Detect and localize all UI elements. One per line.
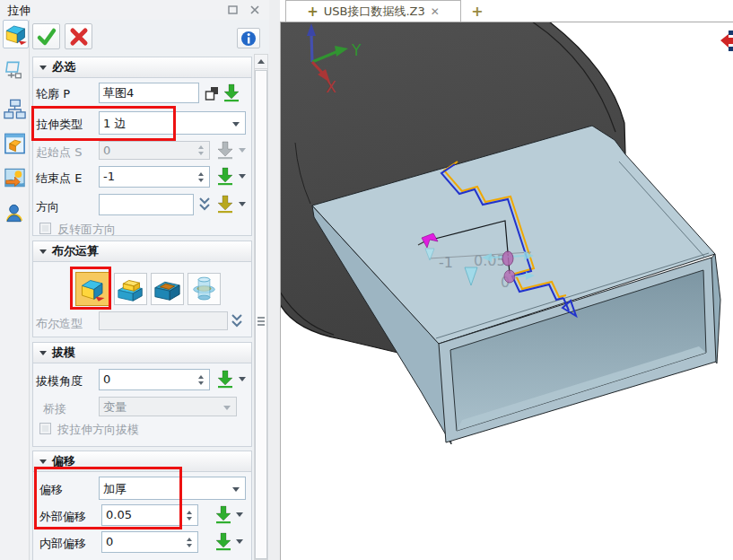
clipped-nav-arrow-icon (720, 31, 733, 51)
tab-close-icon[interactable]: ✕ (431, 5, 440, 18)
draft-angle-label: 拔模角度 (36, 373, 83, 389)
scrollbar-thumb[interactable] (255, 70, 267, 559)
inner-offset-label: 内部偏移 (39, 536, 86, 552)
view-window-icon[interactable] (3, 131, 29, 160)
end-point-input[interactable]: -1 (99, 166, 210, 188)
draft-options-caret-icon[interactable] (239, 377, 246, 381)
user-icon[interactable] (3, 201, 29, 230)
collapse-icon (39, 459, 47, 464)
panel-restore-button[interactable] (226, 4, 240, 16)
start-point-input: 0 (99, 141, 210, 160)
pick-direction-arrow-icon[interactable] (215, 194, 235, 216)
direction-input[interactable] (99, 194, 194, 215)
direction-options-caret-icon[interactable] (239, 202, 246, 206)
viewport-3d[interactable]: -1 0.05 0 Y X (280, 22, 733, 560)
section-header-boolean[interactable]: 布尔运算 (32, 241, 252, 262)
ok-button[interactable] (32, 23, 60, 49)
panel-splitter[interactable] (269, 0, 280, 560)
end-point-label: 结束点 E (36, 171, 82, 187)
section-header-offset[interactable]: 偏移 (32, 451, 252, 472)
draft-by-dir-label: 按拉伸方向拔模 (57, 422, 139, 438)
document-tabbar: + USB接口数据线.Z3 ✕ + (280, 0, 733, 22)
extrude-type-label: 拉伸类型 (36, 117, 83, 133)
draft-by-dir-checkbox (39, 423, 51, 434)
profile-input[interactable]: 草图4 (99, 83, 199, 103)
boolean-shape-input (99, 311, 228, 330)
profile-label: 轮廓 P (36, 86, 70, 102)
collapse-icon (39, 351, 47, 355)
outer-offset-label: 外部偏移 (39, 509, 86, 525)
spinner[interactable] (185, 532, 194, 552)
tab-title: USB接口数据线.Z3 (324, 4, 425, 20)
spinner[interactable] (185, 505, 194, 525)
tab-plus-icon: + (307, 4, 319, 20)
pick-end-arrow-icon[interactable] (215, 166, 235, 188)
add-boolean-icon[interactable] (114, 273, 147, 305)
bridge-label: 桥接 (43, 401, 66, 417)
collapse-icon (39, 249, 47, 254)
extrude-type-select[interactable]: 1 边 (99, 111, 246, 135)
spinner[interactable] (196, 370, 205, 389)
axis-y-label: Y (351, 41, 362, 59)
remove-boolean-icon[interactable] (151, 273, 184, 305)
copy-profile-icon[interactable] (204, 85, 220, 104)
thumb-grip (257, 320, 265, 322)
offset-select[interactable]: 加厚 (99, 477, 246, 500)
spinner (196, 142, 205, 159)
pick-start-arrow-icon (215, 140, 235, 162)
inner-offset-input[interactable]: 0 (101, 531, 198, 553)
inner-offset-caret-icon[interactable] (236, 539, 243, 544)
thumb-grip (257, 317, 265, 319)
panel-close-button[interactable] (248, 4, 262, 16)
flip-face-label: 反转面方向 (57, 222, 116, 238)
axis-x-label: X (326, 78, 336, 96)
section-header-draft[interactable]: 拔模 (32, 342, 252, 363)
outer-offset-input[interactable]: 0.05 (101, 504, 198, 526)
section-header-required[interactable]: 必选 (32, 57, 252, 78)
pick-outer-offset-arrow-icon[interactable] (214, 504, 233, 527)
tab-usb-document[interactable]: + USB接口数据线.Z3 ✕ (285, 0, 461, 22)
extrude-tool-icon[interactable] (3, 20, 29, 48)
pick-draft-arrow-icon[interactable] (215, 369, 235, 391)
cancel-button[interactable] (65, 23, 92, 49)
render-image-icon[interactable] (3, 165, 29, 194)
start-point-label: 起始点 S (36, 144, 82, 161)
hierarchy-manager-icon[interactable] (3, 97, 29, 126)
new-tab-button[interactable]: + (467, 2, 488, 20)
panel-title: 拉伸 (7, 3, 31, 19)
outer-offset-caret-icon[interactable] (236, 512, 243, 517)
pick-inner-offset-arrow-icon[interactable] (214, 531, 233, 554)
dropdown-caret-icon (232, 122, 240, 127)
pick-profile-arrow-icon[interactable] (222, 83, 241, 105)
offset-label: 偏移 (39, 482, 63, 498)
collapse-icon (39, 66, 47, 70)
info-button[interactable] (237, 28, 260, 48)
direction-label: 方向 (36, 199, 59, 215)
start-options-caret-icon (239, 148, 246, 153)
bridge-select: 变量 (99, 397, 237, 416)
base-boolean-icon[interactable] (75, 272, 111, 306)
expand-chevron-icon[interactable] (198, 197, 211, 214)
dropdown-caret-icon (223, 406, 231, 410)
expand-chevron-icon[interactable] (231, 313, 243, 331)
dim-end-point: -1 (439, 254, 453, 271)
offset-sphere-handle (504, 270, 515, 283)
draft-angle-input[interactable]: 0 (99, 369, 210, 390)
flip-face-checkbox (39, 223, 51, 234)
intersect-boolean-icon[interactable] (188, 273, 221, 305)
zw3d-app: { "panel": { "title": "拉伸", "headers": {… (0, 0, 733, 560)
thumb-grip (257, 324, 265, 326)
usb-model-scene: -1 0.05 0 Y X (281, 22, 733, 559)
datum-wireframe-icon[interactable] (3, 59, 29, 88)
dropdown-caret-icon (232, 487, 240, 492)
scroll-up-button[interactable] (254, 54, 268, 69)
end-options-caret-icon[interactable] (239, 174, 246, 179)
offset-sphere-handle (502, 251, 513, 266)
boolean-shape-label: 布尔造型 (36, 316, 83, 332)
spinner[interactable] (196, 167, 205, 187)
